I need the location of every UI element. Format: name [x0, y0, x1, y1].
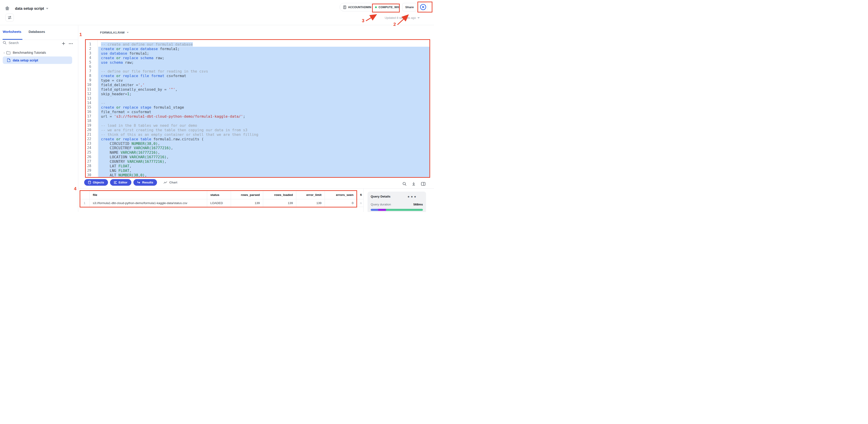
warehouse-selector[interactable]: COMPUTE_WH	[375, 6, 399, 9]
worksheet-tree: › Benchmarking Tutorials	[0, 49, 78, 56]
share-label: Share	[405, 5, 414, 9]
code-line: file_format = csvformat	[98, 110, 430, 114]
row-number: 1	[80, 199, 90, 207]
schema-context-dropdown[interactable]: FORMULA1.RAW	[100, 31, 129, 34]
code-line: -- load in the 8 tables we need for our …	[98, 123, 430, 128]
new-worksheet-button[interactable]	[61, 41, 66, 46]
tab-worksheets[interactable]: Worksheets	[3, 30, 21, 34]
run-button[interactable]	[419, 2, 427, 11]
code-line: LNG FLOAT,	[98, 168, 430, 173]
lines-icon	[114, 181, 117, 184]
table-cell[interactable]: 139	[296, 199, 325, 207]
line-number: 30	[85, 173, 91, 177]
line-number: 11	[85, 87, 91, 92]
line-number: 4	[85, 56, 91, 60]
home-button[interactable]	[4, 4, 11, 12]
line-number: 26	[85, 155, 91, 159]
line-number: 15	[85, 105, 91, 110]
context-selector[interactable]: ACCOUNTADMIN COMPUTE_WH	[340, 3, 399, 11]
updated-text: Updated 8 seconds ago	[385, 16, 416, 20]
code-line: skip_header=1;	[98, 92, 430, 96]
results-actions	[401, 182, 427, 186]
code-line: -- we are first creating the table then …	[98, 128, 430, 132]
sql-editor[interactable]: -- create and define our formula1 databa…	[98, 42, 430, 177]
warehouse-label: COMPUTE_WH	[379, 6, 399, 9]
role-selector[interactable]: ACCOUNTADMIN	[343, 5, 371, 9]
objects-label: Objects	[93, 181, 104, 184]
column-header[interactable]: rows_parsed	[231, 191, 263, 199]
chevron-right-icon: ›	[4, 51, 4, 55]
column-header[interactable]: rows_loaded	[263, 191, 296, 199]
query-details-menu-button[interactable]: ● ● ●	[407, 195, 423, 198]
results-button[interactable]: Results	[133, 179, 157, 186]
updated-status[interactable]: Updated 8 seconds ago	[377, 16, 420, 20]
tree-item-folder[interactable]: › Benchmarking Tutorials	[0, 49, 78, 56]
line-number: 20	[85, 128, 91, 132]
user-badge-icon	[343, 5, 346, 9]
columns-icon	[421, 182, 425, 186]
ellipsis-icon	[69, 43, 73, 44]
sidebar: Worksheets Databases	[0, 25, 78, 212]
query-duration-label: Query duration	[371, 203, 391, 206]
code-line: CIRCUITREF VARCHAR(16777216),	[98, 146, 430, 150]
split-view-button[interactable]	[420, 182, 427, 186]
line-number: 22	[85, 137, 91, 141]
line-number: 21	[85, 132, 91, 137]
column-header[interactable]: fi	[357, 191, 364, 199]
snowsight-app: data setup script ACCOUNTADMIN	[0, 0, 434, 212]
share-button[interactable]: Share	[402, 3, 417, 11]
table-cell[interactable]: s3://formula1-dbt-cloud-python-demo/form…	[90, 199, 207, 207]
tab-databases[interactable]: Databases	[29, 30, 45, 34]
query-duration-value: 568ms	[413, 203, 423, 206]
annotation-label-1: 1	[80, 32, 82, 37]
table-cell[interactable]: LOADED	[207, 199, 231, 207]
tree-item-label: Benchmarking Tutorials	[13, 51, 46, 55]
folder-icon	[6, 51, 10, 55]
download-results-button[interactable]	[410, 182, 417, 186]
code-line: COUNTRY VARCHAR(16777216),	[98, 159, 430, 164]
chevron-down-icon	[46, 8, 48, 9]
table-cell[interactable]: 0	[325, 199, 357, 207]
tree-item-selected[interactable]: data setup script	[3, 57, 72, 64]
code-line: field_optionally_enclosed_by = '"',	[98, 87, 430, 92]
code-line: --	[98, 101, 430, 105]
line-number: 6	[85, 65, 91, 69]
column-header[interactable]: errors_seen	[325, 191, 357, 199]
chevron-down-icon	[127, 32, 129, 33]
table-cell[interactable]: n	[357, 199, 364, 207]
code-line: create or replace stage formula1_stage	[98, 105, 430, 110]
line-number: 23	[85, 141, 91, 146]
code-line: use database formula1;	[98, 51, 430, 56]
table-cell[interactable]: 139	[231, 199, 263, 207]
code-line	[98, 65, 430, 69]
editor-button[interactable]: Editor	[110, 179, 131, 186]
objects-button[interactable]: Objects	[84, 179, 108, 186]
column-header[interactable]: error_limit	[296, 191, 325, 199]
worksheet-title[interactable]: data setup script	[15, 7, 48, 11]
line-number: 2	[85, 47, 91, 51]
worksheet-title-text: data setup script	[15, 7, 44, 11]
line-number: 9	[85, 78, 91, 83]
query-details-title: Query Details	[371, 195, 391, 198]
table-cell[interactable]: 139	[263, 199, 296, 207]
query-duration-bar	[371, 209, 423, 211]
code-line: LAT FLOAT,	[98, 164, 430, 168]
chart-button[interactable]: Chart	[163, 181, 177, 184]
line-number: 16	[85, 110, 91, 114]
query-details-panel: Query Details ● ● ● Query duration 568ms	[368, 192, 426, 212]
search-results-button[interactable]	[401, 182, 408, 186]
column-header[interactable]: status	[207, 191, 231, 199]
line-number: 12	[85, 92, 91, 96]
line-number: 27	[85, 159, 91, 164]
sidebar-more-button[interactable]	[68, 41, 74, 46]
line-number: 24	[85, 146, 91, 150]
column-header[interactable]: file	[90, 191, 207, 199]
line-number: 7	[85, 69, 91, 74]
plus-icon	[62, 42, 65, 45]
search-input[interactable]	[9, 41, 43, 45]
line-number: 8	[85, 74, 91, 78]
line-number: 5	[85, 60, 91, 65]
divider	[97, 40, 98, 177]
filters-button[interactable]	[5, 13, 14, 22]
home-icon	[4, 5, 10, 11]
